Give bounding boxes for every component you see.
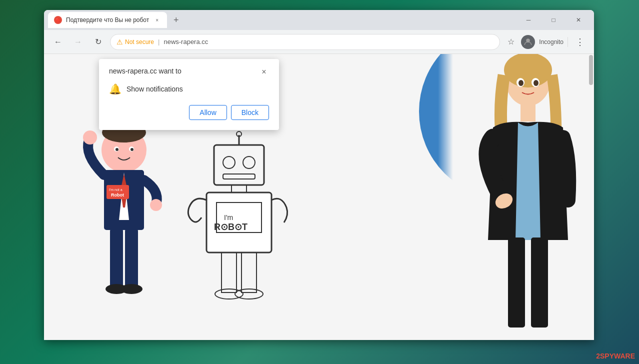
svg-rect-43 bbox=[508, 238, 525, 328]
woman-photo-area bbox=[438, 54, 588, 340]
cartoon-man: I'm not a Robot bbox=[74, 120, 174, 330]
svg-text:I'm: I'm bbox=[224, 214, 233, 222]
svg-point-39 bbox=[518, 80, 524, 86]
svg-text:R⊙B⊙T: R⊙B⊙T bbox=[214, 222, 248, 232]
outer-background: 🔴 Подтвердите что Вы не робот × + ─ □ ✕ … bbox=[0, 0, 639, 364]
svg-rect-23 bbox=[223, 174, 255, 179]
svg-point-6 bbox=[130, 148, 134, 151]
url-text: news-rapera.cc bbox=[164, 38, 494, 46]
svg-point-14 bbox=[83, 130, 97, 144]
bell-icon: 🔔 bbox=[109, 83, 122, 95]
svg-text:I'm not a: I'm not a bbox=[109, 188, 122, 192]
incognito-button[interactable] bbox=[520, 34, 536, 50]
window-controls: ─ □ ✕ bbox=[517, 12, 590, 28]
svg-point-15 bbox=[150, 199, 162, 211]
svg-rect-44 bbox=[531, 238, 548, 328]
navigation-bar: ← → ↻ ⚠ Not secure | news-rapera.cc ☆ bbox=[44, 30, 594, 54]
watermark: 2SPYWARE bbox=[596, 352, 635, 360]
tab-close-button[interactable]: × bbox=[153, 16, 161, 24]
watermark-suffix: E bbox=[630, 352, 635, 360]
popup-header: news-rapera.cc want to × bbox=[109, 67, 269, 77]
title-bar: 🔴 Подтвердите что Вы не робот × + ─ □ ✕ bbox=[44, 10, 594, 30]
svg-rect-17 bbox=[125, 229, 138, 289]
tab-favicon: 🔴 bbox=[54, 16, 62, 24]
popup-close-button[interactable]: × bbox=[259, 67, 269, 77]
back-button[interactable]: ← bbox=[50, 34, 66, 50]
watermark-prefix: 2SPYWAR bbox=[596, 352, 630, 360]
active-tab[interactable]: 🔴 Подтвердите что Вы не робот × bbox=[48, 12, 167, 28]
maximize-button[interactable]: □ bbox=[542, 12, 565, 28]
notification-popup: news-rapera.cc want to × 🔔 Show notifica… bbox=[99, 59, 279, 130]
security-text: Not secure bbox=[125, 38, 154, 46]
svg-point-34 bbox=[235, 289, 263, 299]
page-background: Type allow to verify th are not bbox=[44, 54, 594, 340]
security-warning: ⚠ Not secure bbox=[116, 38, 154, 46]
vertical-scrollbar[interactable] bbox=[588, 54, 594, 340]
address-separator: | bbox=[158, 38, 160, 46]
svg-rect-16 bbox=[110, 229, 123, 289]
incognito-avatar bbox=[521, 35, 535, 49]
svg-point-19 bbox=[120, 284, 142, 294]
svg-rect-31 bbox=[222, 252, 236, 292]
tab-strip: 🔴 Подтвердите что Вы не робот × + bbox=[48, 10, 515, 30]
new-tab-button[interactable]: + bbox=[169, 13, 183, 27]
browser-window: 🔴 Подтвердите что Вы не робот × + ─ □ ✕ … bbox=[44, 10, 594, 340]
svg-point-40 bbox=[534, 80, 538, 86]
incognito-group: Incognito bbox=[520, 34, 564, 50]
svg-point-36 bbox=[504, 54, 552, 88]
incognito-label: Incognito bbox=[539, 38, 564, 46]
popup-buttons: Allow Block bbox=[109, 105, 269, 120]
tab-title: Подтвердите что Вы не робот bbox=[66, 16, 149, 24]
cartoon-robot: I'm R⊙B⊙T bbox=[184, 130, 294, 330]
forward-button[interactable]: → bbox=[70, 34, 86, 50]
svg-rect-41 bbox=[520, 104, 536, 122]
nav-right-controls: ☆ Incognito ⋮ bbox=[504, 34, 588, 50]
svg-point-21 bbox=[223, 156, 235, 168]
nav-divider bbox=[568, 37, 568, 47]
block-button[interactable]: Block bbox=[231, 105, 269, 120]
woman-figure bbox=[463, 54, 588, 340]
svg-rect-32 bbox=[242, 252, 256, 292]
svg-point-5 bbox=[116, 148, 118, 151]
permission-text: Show notifications bbox=[126, 85, 183, 93]
close-window-button[interactable]: ✕ bbox=[567, 12, 590, 28]
svg-rect-26 bbox=[232, 185, 246, 192]
popup-permission: 🔔 Show notifications bbox=[109, 83, 269, 95]
menu-button[interactable]: ⋮ bbox=[572, 34, 588, 50]
popup-title: news-rapera.cc want to bbox=[109, 67, 182, 75]
svg-text:Robot: Robot bbox=[111, 192, 124, 198]
page-content: Type allow to verify th are not bbox=[44, 54, 594, 340]
address-bar[interactable]: ⚠ Not secure | news-rapera.cc bbox=[110, 34, 500, 50]
reload-button[interactable]: ↻ bbox=[90, 34, 106, 50]
bookmark-button[interactable]: ☆ bbox=[504, 35, 518, 49]
allow-button[interactable]: Allow bbox=[189, 105, 226, 120]
minimize-button[interactable]: ─ bbox=[517, 12, 540, 28]
vertical-scrollbar-thumb[interactable] bbox=[589, 55, 593, 85]
warning-icon: ⚠ bbox=[116, 38, 123, 46]
svg-point-22 bbox=[243, 156, 255, 168]
